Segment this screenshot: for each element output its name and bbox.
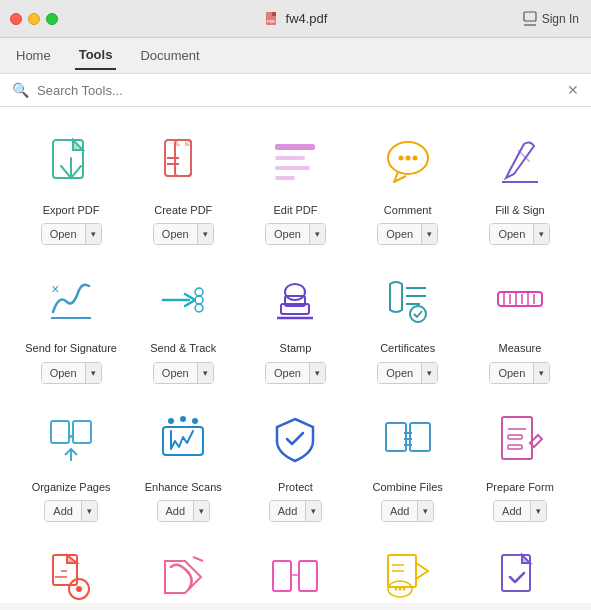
minimize-button[interactable] <box>28 13 40 25</box>
tool-btn-arrow-certificates[interactable]: ▾ <box>421 363 437 383</box>
svg-point-28 <box>285 284 305 300</box>
window-title: PDF fw4.pdf <box>264 11 328 27</box>
tool-btn-arrow-protect[interactable]: ▾ <box>305 501 321 521</box>
tool-btn-arrow-stamp[interactable]: ▾ <box>309 363 325 383</box>
svg-point-46 <box>180 416 186 422</box>
svg-rect-41 <box>51 421 69 443</box>
tool-icon-stamp[interactable] <box>260 265 330 335</box>
search-input[interactable] <box>37 83 559 98</box>
tool-btn-arrow-organize-pages[interactable]: ▾ <box>81 501 97 521</box>
svg-text:PDF: PDF <box>267 19 276 24</box>
sign-in-button[interactable]: Sign In <box>522 11 579 27</box>
svg-point-33 <box>410 306 426 322</box>
tool-item-organize-pages: Organize PagesAdd▾ <box>20 404 122 522</box>
svg-point-25 <box>195 304 203 312</box>
tool-item-redact: RedactAdd▾ <box>132 542 234 603</box>
tool-btn-organize-pages[interactable]: Add <box>45 501 81 521</box>
tool-item-combine-files: Combine FilesAdd▾ <box>357 404 459 522</box>
tool-icon-optimize-pdf[interactable] <box>36 542 106 603</box>
tool-icon-send-track[interactable] <box>148 265 218 335</box>
tool-btn-arrow-prepare-form[interactable]: ▾ <box>530 501 546 521</box>
close-button[interactable] <box>10 13 22 25</box>
tool-btn-arrow-combine-files[interactable]: ▾ <box>417 501 433 521</box>
svg-rect-61 <box>299 561 317 591</box>
tool-btn-fill-sign[interactable]: Open <box>490 224 533 244</box>
tool-icon-measure[interactable] <box>485 265 555 335</box>
tool-btn-protect[interactable]: Add <box>270 501 306 521</box>
tool-icon-enhance-scans[interactable] <box>148 404 218 474</box>
svg-rect-50 <box>502 417 532 459</box>
tool-icon-combine-files[interactable] <box>373 404 443 474</box>
search-icon: 🔍 <box>12 82 29 98</box>
tool-btn-group-organize-pages: Add▾ <box>44 500 98 522</box>
svg-point-47 <box>192 418 198 424</box>
tool-icon-export-pdf[interactable] <box>36 127 106 197</box>
tool-btn-arrow-export-pdf[interactable]: ▾ <box>85 224 101 244</box>
tool-icon-prepare-form[interactable] <box>485 404 555 474</box>
traffic-lights <box>10 13 58 25</box>
tool-icon-compare-documents[interactable] <box>260 542 330 603</box>
tool-icon-send-signature[interactable]: × <box>36 265 106 335</box>
tool-label-protect: Protect <box>278 480 313 494</box>
svg-rect-53 <box>508 445 522 449</box>
tool-icon-comment[interactable] <box>373 127 443 197</box>
tool-label-stamp: Stamp <box>280 341 312 355</box>
tool-icon-send-comments[interactable] <box>373 542 443 603</box>
svg-rect-14 <box>275 176 295 180</box>
svg-rect-48 <box>386 423 406 451</box>
tool-btn-arrow-measure[interactable]: ▾ <box>533 363 549 383</box>
tool-btn-export-pdf[interactable]: Open <box>42 224 85 244</box>
tool-btn-group-send-track: Open▾ <box>153 362 214 384</box>
tool-icon-protect[interactable] <box>260 404 330 474</box>
nav-home[interactable]: Home <box>12 42 55 69</box>
tool-btn-enhance-scans[interactable]: Add <box>158 501 194 521</box>
titlebar: PDF fw4.pdf Sign In <box>0 0 591 38</box>
tool-item-comment: CommentOpen▾ <box>357 127 459 245</box>
tool-btn-arrow-send-signature[interactable]: ▾ <box>85 363 101 383</box>
tool-btn-arrow-create-pdf[interactable]: ▾ <box>197 224 213 244</box>
tool-label-fill-sign: Fill & Sign <box>495 203 545 217</box>
tool-btn-stamp[interactable]: Open <box>266 363 309 383</box>
svg-point-18 <box>412 156 417 161</box>
tool-icon-fill-sign[interactable] <box>485 127 555 197</box>
svg-point-67 <box>394 587 397 590</box>
tool-icon-certificates[interactable] <box>373 265 443 335</box>
tool-btn-arrow-enhance-scans[interactable]: ▾ <box>193 501 209 521</box>
tool-btn-certificates[interactable]: Open <box>378 363 421 383</box>
tool-btn-combine-files[interactable]: Add <box>382 501 418 521</box>
svg-point-23 <box>195 288 203 296</box>
tool-btn-arrow-fill-sign[interactable]: ▾ <box>533 224 549 244</box>
tool-btn-arrow-comment[interactable]: ▾ <box>421 224 437 244</box>
tool-btn-group-protect: Add▾ <box>269 500 323 522</box>
tool-label-send-signature: Send for Signature <box>25 341 117 355</box>
tool-icon-redact[interactable] <box>148 542 218 603</box>
tool-label-send-track: Send & Track <box>150 341 216 355</box>
maximize-button[interactable] <box>46 13 58 25</box>
tool-btn-comment[interactable]: Open <box>378 224 421 244</box>
tool-icon-edit-pdf[interactable] <box>260 127 330 197</box>
tool-btn-prepare-form[interactable]: Add <box>494 501 530 521</box>
nav-bar: Home Tools Document <box>0 38 591 74</box>
tool-btn-send-signature[interactable]: Open <box>42 363 85 383</box>
svg-rect-3 <box>524 12 536 21</box>
tool-btn-edit-pdf[interactable]: Open <box>266 224 309 244</box>
tool-btn-send-track[interactable]: Open <box>154 363 197 383</box>
tool-btn-arrow-send-track[interactable]: ▾ <box>197 363 213 383</box>
tool-btn-group-fill-sign: Open▾ <box>489 223 550 245</box>
tool-icon-action-wizard[interactable] <box>485 542 555 603</box>
tool-label-edit-pdf: Edit PDF <box>273 203 317 217</box>
close-search-button[interactable]: ✕ <box>567 82 579 98</box>
tool-icon-organize-pages[interactable] <box>36 404 106 474</box>
tool-btn-group-combine-files: Add▾ <box>381 500 435 522</box>
search-bar: 🔍 ✕ <box>0 74 591 107</box>
tool-icon-create-pdf[interactable] <box>148 127 218 197</box>
pdf-file-icon: PDF <box>264 11 280 27</box>
tool-btn-create-pdf[interactable]: Open <box>154 224 197 244</box>
tool-item-send-track: Send & TrackOpen▾ <box>132 265 234 383</box>
tool-item-fill-sign: Fill & SignOpen▾ <box>469 127 571 245</box>
nav-tools[interactable]: Tools <box>75 41 117 70</box>
tool-btn-measure[interactable]: Open <box>490 363 533 383</box>
nav-document[interactable]: Document <box>136 42 203 69</box>
svg-point-16 <box>398 156 403 161</box>
tool-btn-arrow-edit-pdf[interactable]: ▾ <box>309 224 325 244</box>
